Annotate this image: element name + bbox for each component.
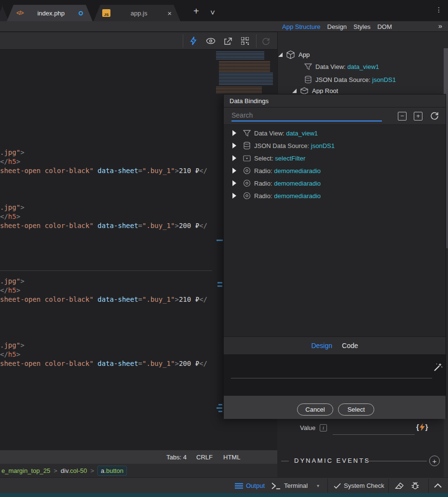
expanded-arrow-icon[interactable] — [278, 53, 283, 57]
bottom-bar: Output Terminal ▾ System Check — [0, 477, 448, 493]
refresh-bindings-icon[interactable] — [430, 111, 439, 121]
breadcrumb-item[interactable]: e_margin_top_25 — [1, 467, 50, 474]
binding-item-json-source[interactable]: JSON Data Source: jsonDS1 — [224, 139, 446, 152]
binding-item-radio[interactable]: Radio: demomediaradio — [224, 164, 446, 177]
code-token: ".buy_1" — [142, 222, 175, 229]
tab-size-indicator[interactable]: Tabs: 4 — [166, 454, 187, 461]
select-button[interactable]: Select — [338, 403, 374, 416]
binding-item-radio[interactable]: Radio: demomediaradio — [224, 189, 446, 202]
preview-eye-icon[interactable] — [203, 32, 219, 50]
code-line[interactable]: sheet-open color-black" data-sheet=".buy… — [0, 221, 207, 230]
tree-item-app-root[interactable]: App Root — [292, 87, 338, 94]
data-bindings-dialog: Data Bindings − + Data View: data_view1 — [223, 94, 446, 418]
code-line[interactable]: sheet-open color-black" data-sheet=".buy… — [0, 295, 207, 304]
code-token: data-sheet — [97, 296, 138, 303]
language-indicator[interactable]: HTML — [223, 454, 240, 461]
code-line[interactable]: .jpg"> — [0, 277, 25, 286]
expand-all-icon[interactable]: + — [414, 112, 422, 121]
js-file-icon: JS — [102, 9, 110, 17]
breadcrumb-item-selected[interactable]: a.button — [97, 466, 127, 476]
binding-label: JSON Data Source: jsonDS1 — [254, 142, 335, 149]
code-line[interactable]: .jpg"> — [0, 203, 25, 212]
close-tab-icon[interactable]: × — [167, 10, 172, 17]
breadcrumb-item[interactable]: div.col-50 — [61, 467, 87, 474]
expanded-arrow-icon[interactable] — [292, 89, 297, 93]
eol-indicator[interactable]: CRLF — [196, 454, 213, 461]
tab-app-js[interactable]: JS app.js × — [94, 5, 180, 21]
code-line[interactable]: sheet-open color-black" data-sheet=".buy… — [0, 166, 207, 175]
code-token: > — [175, 360, 178, 367]
collapsed-arrow-icon[interactable] — [232, 143, 236, 148]
tree-item-data-view[interactable]: Data View: data_view1 — [304, 63, 379, 70]
tab-styles[interactable]: Styles — [353, 23, 370, 30]
code-token: .jpg" — [0, 341, 20, 349]
code-token: 210 ₽ — [179, 296, 199, 303]
radio-icon — [243, 167, 251, 175]
collapsed-arrow-icon[interactable] — [232, 168, 236, 174]
new-tab-button[interactable]: + — [193, 8, 199, 14]
collapse-panel-button[interactable] — [434, 478, 442, 494]
debug-bug-button[interactable] — [411, 478, 420, 494]
value-input[interactable] — [333, 426, 415, 435]
expression-editor[interactable] — [224, 355, 446, 396]
refresh-disabled-icon[interactable] — [258, 32, 274, 50]
collapsed-arrow-icon[interactable] — [232, 193, 236, 199]
partial-tab[interactable] — [0, 5, 9, 21]
code-token: </ — [0, 286, 8, 294]
terminal-dropdown-icon[interactable]: ▾ — [317, 478, 319, 494]
output-button[interactable]: Output — [235, 478, 265, 494]
bug-icon — [411, 482, 420, 490]
code-section-divider — [0, 270, 212, 271]
tab-design-mode[interactable]: Design — [311, 342, 332, 349]
code-line[interactable]: sheet-open color-black" data-sheet=".buy… — [0, 359, 207, 368]
code-token: > — [16, 286, 20, 294]
collapsed-arrow-icon[interactable] — [232, 155, 236, 161]
bolt-icon — [419, 423, 425, 431]
dynamic-value-picker-button[interactable]: { } — [416, 423, 428, 431]
tab-dom[interactable]: DOM — [377, 23, 392, 30]
dom-breadcrumb: e_margin_top_25 > div.col-50 > a.button — [0, 464, 277, 477]
cancel-button[interactable]: Cancel — [297, 403, 333, 416]
code-token: = — [138, 296, 142, 303]
magic-wand-icon[interactable] — [433, 363, 443, 374]
code-token: h5 — [8, 158, 16, 165]
properties-panel: Value i { } DYNAMIC EVENTS + — [277, 418, 444, 477]
tab-code-mode[interactable]: Code — [342, 342, 358, 349]
tab-list-dropdown-icon[interactable]: ˅ — [210, 8, 215, 18]
collapse-all-icon[interactable]: − — [398, 112, 407, 121]
system-check-button[interactable]: System Check — [334, 478, 384, 494]
collapsed-arrow-icon[interactable] — [232, 130, 236, 136]
code-line[interactable]: .jpg"> — [0, 148, 25, 157]
code-line[interactable]: </h5> — [0, 212, 20, 221]
expression-input[interactable] — [231, 378, 432, 378]
binding-item-select[interactable]: Select: selectFilter — [224, 152, 446, 164]
overflow-tabs-icon[interactable]: » — [438, 22, 442, 30]
add-dynamic-event-button[interactable]: + — [429, 456, 440, 466]
binding-item-data-view[interactable]: Data View: data_view1 — [224, 127, 446, 139]
tree-item-json-source[interactable]: JSON Data Source: jsonDS1 — [304, 76, 396, 83]
search-bar: − + — [224, 107, 446, 125]
code-line[interactable]: </h5> — [0, 286, 20, 295]
tab-index-php[interactable]: </> index.php — [7, 5, 93, 21]
code-line[interactable]: </h5> — [0, 350, 20, 359]
collapsed-arrow-icon[interactable] — [232, 180, 236, 186]
tree-label: JSON Data Source: jsonDS1 — [315, 76, 396, 83]
clear-eraser-button[interactable] — [394, 478, 405, 494]
share-export-icon[interactable] — [219, 32, 236, 50]
modified-dot-icon — [79, 11, 83, 15]
search-input[interactable] — [231, 110, 382, 121]
more-menu-icon[interactable]: ⋮ — [435, 6, 442, 13]
code-line[interactable]: .jpg"> — [0, 341, 25, 350]
code-line[interactable]: </h5> — [0, 157, 20, 166]
code-token: 210 ₽ — [179, 167, 199, 175]
tab-app-structure[interactable]: App Structure — [282, 23, 321, 30]
tab-design[interactable]: Design — [327, 23, 347, 30]
qr-code-icon[interactable] — [237, 32, 253, 50]
terminal-button[interactable]: Terminal — [272, 478, 308, 494]
tree-label: App Root — [312, 87, 338, 94]
database-icon — [304, 76, 312, 83]
dynamic-data-bolt-icon[interactable] — [185, 32, 202, 50]
info-icon[interactable]: i — [320, 424, 327, 431]
binding-item-radio[interactable]: Radio: demomediaradio — [224, 177, 446, 189]
tree-item-app[interactable]: App — [278, 50, 310, 59]
